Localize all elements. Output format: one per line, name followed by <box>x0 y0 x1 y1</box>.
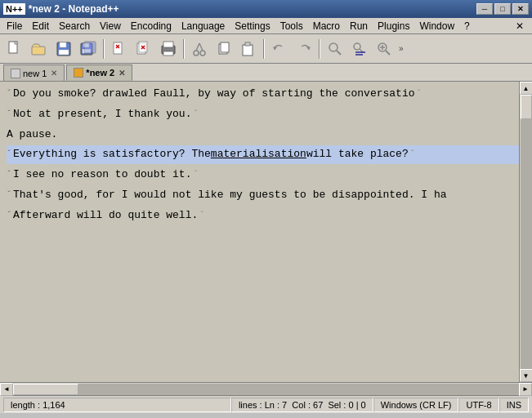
svg-rect-3 <box>32 47 45 55</box>
menu-item-view[interactable]: View <box>95 19 126 33</box>
svg-point-31 <box>329 43 338 51</box>
line-marker: ˇ <box>7 109 11 122</box>
svg-rect-2 <box>15 42 17 44</box>
line-end-marker: ˇ <box>193 109 198 122</box>
editor-line: ˇI see no reason to doubt it. ˇ <box>7 166 525 185</box>
scroll-thumb-right[interactable] <box>521 95 532 119</box>
minimize-button[interactable]: ─ <box>476 3 493 15</box>
svg-marker-29 <box>273 47 277 50</box>
editor-line: ˇEverything is satisfactory? The materia… <box>7 145 525 164</box>
svg-line-23 <box>196 43 199 51</box>
editor-line: A pause. <box>7 126 525 145</box>
close-all-button[interactable] <box>132 38 155 60</box>
svg-rect-5 <box>60 42 66 47</box>
svg-rect-28 <box>245 42 250 46</box>
svg-rect-20 <box>163 51 173 56</box>
editor[interactable]: ˇDo you smoke? drawled Faull, by way of … <box>0 82 532 382</box>
titlebar-controls: ─ □ ✕ <box>476 3 529 15</box>
underlined-word: materialisation <box>211 146 306 163</box>
save-button[interactable] <box>52 38 75 60</box>
find-replace-button[interactable] <box>348 38 371 60</box>
menu-item-file[interactable]: File <box>2 19 27 33</box>
menubar-close[interactable]: ✕ <box>512 20 527 32</box>
print-button[interactable] <box>157 38 180 60</box>
menu-item-tools[interactable]: Tools <box>275 19 308 33</box>
scroll-track-bottom[interactable] <box>13 384 519 395</box>
menu-item-run[interactable]: Run <box>345 19 373 33</box>
line-marker: ˇ <box>7 169 11 182</box>
svg-point-33 <box>354 43 360 50</box>
scrollbar-bottom[interactable]: ◄ ► <box>0 382 532 395</box>
editor-container: ˇDo you smoke? drawled Faull, by way of … <box>0 82 532 382</box>
app-icon: N++ <box>3 3 25 15</box>
window-title: *new 2 - Notepad++ <box>29 3 119 15</box>
tab-close-button[interactable]: ✕ <box>51 69 57 78</box>
toolbar-overflow[interactable]: » <box>397 44 405 53</box>
zoom-in-button[interactable] <box>373 38 396 60</box>
editor-line: ˇAfterward will do quite well. ˇ <box>7 207 525 225</box>
sep3 <box>263 39 265 59</box>
scroll-up-button[interactable]: ▲ <box>520 82 533 95</box>
svg-line-32 <box>337 51 341 55</box>
tab-new-1[interactable]: new 1 ✕ <box>3 64 65 81</box>
scroll-down-button[interactable]: ▼ <box>520 369 533 382</box>
line-marker: ˇ <box>7 149 11 162</box>
editor-line: ˇDo you smoke? drawled Faull, by way of … <box>7 85 525 104</box>
find-button[interactable] <box>324 38 346 60</box>
menu-item-?[interactable]: ? <box>459 19 475 33</box>
editor-line <box>7 225 525 227</box>
toolbar: » <box>0 34 532 64</box>
svg-rect-27 <box>243 45 253 56</box>
svg-rect-19 <box>163 42 173 47</box>
scrollbar-right[interactable]: ▲ ▼ <box>519 82 532 382</box>
new-button[interactable] <box>3 38 26 60</box>
maximize-button[interactable]: □ <box>494 3 511 15</box>
copy-button[interactable] <box>212 38 235 60</box>
menu-item-window[interactable]: Window <box>414 19 459 33</box>
line-marker: ˇ <box>7 189 11 202</box>
menu-item-language[interactable]: Language <box>177 19 230 33</box>
open-button[interactable] <box>28 38 51 60</box>
tabs-bar: new 1 ✕*new 2 ✕ <box>0 64 532 82</box>
line-end-marker: ˇ <box>199 210 204 223</box>
tab-label: *new 2 <box>86 68 114 78</box>
sep4 <box>319 39 320 59</box>
menubar: FileEditSearchViewEncodingLanguageSettin… <box>0 18 532 34</box>
redo-button[interactable] <box>293 38 315 60</box>
tab-new-2[interactable]: *new 2 ✕ <box>66 64 132 81</box>
status-ins: INS <box>499 398 529 412</box>
status-lines: lines : Ln : 7 Col : 67 Sel : 0 | 0 <box>231 398 373 412</box>
menu-item-search[interactable]: Search <box>54 19 95 33</box>
scroll-thumb-bottom[interactable] <box>13 384 78 395</box>
scroll-left-button[interactable]: ◄ <box>0 383 13 396</box>
menu-item-plugins[interactable]: Plugins <box>373 19 414 33</box>
scroll-track-right[interactable] <box>521 95 532 369</box>
statusbar: length : 1,164 lines : Ln : 7 Col : 67 S… <box>0 395 532 413</box>
line-end-marker: ˇ <box>193 169 198 182</box>
svg-point-21 <box>194 51 199 56</box>
paste-button[interactable] <box>237 38 260 60</box>
menu-item-settings[interactable]: Settings <box>230 19 275 33</box>
svg-marker-30 <box>306 47 311 50</box>
line-end-marker: ˇ <box>417 88 422 101</box>
line-marker: ˇ <box>7 210 11 223</box>
close-button[interactable]: ✕ <box>512 3 529 15</box>
sep1 <box>103 39 105 59</box>
line-end-marker: ˇ <box>410 149 415 162</box>
svg-point-22 <box>200 51 205 56</box>
svg-line-24 <box>199 43 203 51</box>
svg-rect-11 <box>114 42 122 54</box>
save-all-button[interactable] <box>77 38 100 60</box>
tab-close-button[interactable]: ✕ <box>118 69 125 78</box>
line-marker: ˇ <box>7 88 11 101</box>
menu-item-macro[interactable]: Macro <box>308 19 345 33</box>
close-file-button[interactable] <box>108 38 131 60</box>
editor-content: ˇDo you smoke? drawled Faull, by way of … <box>0 82 532 382</box>
status-eol: Windows (CR LF) <box>373 398 459 412</box>
scroll-right-button[interactable]: ► <box>519 383 532 396</box>
svg-line-38 <box>386 51 390 55</box>
cut-button[interactable] <box>188 38 211 60</box>
menu-item-encoding[interactable]: Encoding <box>126 19 177 33</box>
menu-item-edit[interactable]: Edit <box>27 19 54 33</box>
undo-button[interactable] <box>268 38 291 60</box>
